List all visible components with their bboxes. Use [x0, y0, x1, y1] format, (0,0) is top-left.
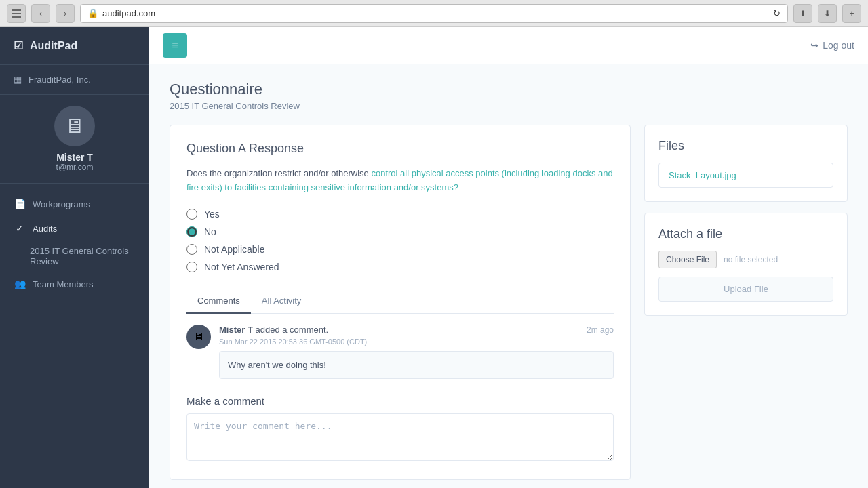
comment-author-name: Mister T — [219, 325, 253, 335]
tabs: Comments All Activity — [186, 289, 614, 314]
logout-icon: ↪ — [810, 40, 818, 51]
file-item[interactable]: Stack_Layout.jpg — [658, 163, 833, 188]
new-tab-btn[interactable]: + — [842, 4, 861, 23]
comment-date: Sun Mar 22 2015 20:53:36 GMT-0500 (CDT) — [219, 338, 614, 346]
reload-icon[interactable]: ↻ — [773, 8, 781, 18]
tab-comments[interactable]: Comments — [186, 289, 251, 314]
upload-file-button[interactable]: Upload File — [658, 277, 833, 302]
browser-chrome: ‹ › 🔒 auditpad.com ↻ ⬆ ⬇ + — [0, 0, 868, 27]
sidebar-item-team-members[interactable]: 👥 Team Members — [0, 272, 149, 296]
comment-text: Why aren't we doing this! — [219, 351, 614, 379]
sidebar-nav: 📄 Workprograms ✓ Audits 2015 IT General … — [0, 184, 149, 304]
comment-textarea[interactable] — [186, 413, 614, 461]
avatar: 🖥 — [54, 106, 95, 146]
comment-action: added a comment. — [255, 325, 328, 335]
make-comment-title: Make a comment — [186, 395, 614, 407]
radio-yes[interactable]: Yes — [186, 209, 614, 220]
team-label: Team Members — [33, 279, 94, 289]
svg-rect-2 — [12, 16, 21, 18]
main-card: Question A Response Does the organizatio… — [170, 125, 631, 480]
radio-na-label: Not Applicable — [204, 244, 265, 255]
hamburger-icon: ≡ — [172, 39, 178, 52]
logo-icon: ☑ — [14, 39, 23, 52]
attach-card: Attach a file Choose File no file select… — [644, 213, 848, 316]
make-comment: Make a comment — [186, 395, 614, 463]
logout-button[interactable]: ↪ Log out — [810, 40, 854, 51]
radio-no-input[interactable] — [186, 226, 197, 237]
back-btn[interactable]: ‹ — [31, 4, 50, 23]
tab-all-activity[interactable]: All Activity — [251, 289, 313, 314]
svg-rect-0 — [12, 9, 21, 11]
comment-body: Mister T added a comment. 2m ago Sun Mar… — [219, 325, 614, 379]
share-btn[interactable]: ⬆ — [793, 4, 812, 23]
tab-comments-label: Comments — [197, 296, 240, 306]
radio-yes-label: Yes — [204, 209, 220, 220]
file-name: Stack_Layout.jpg — [669, 170, 736, 180]
user-name: Mister T — [56, 152, 93, 163]
logout-label: Log out — [823, 40, 854, 51]
forward-btn[interactable]: › — [56, 4, 75, 23]
review-label: 2015 IT General Controls Review — [30, 246, 129, 266]
logo-text: AuditPad — [30, 40, 77, 52]
tab-all-activity-label: All Activity — [262, 296, 302, 306]
choose-file-button[interactable]: Choose File — [658, 251, 717, 268]
radio-nya[interactable]: Not Yet Answered — [186, 262, 614, 272]
radio-nya-label: Not Yet Answered — [204, 262, 279, 272]
comment-avatar: 🖥 — [186, 325, 211, 349]
sidebar-sub-item-review[interactable]: 2015 IT General Controls Review — [0, 241, 149, 272]
files-card: Files Stack_Layout.jpg — [644, 125, 848, 202]
sidebar: ☑ AuditPad ▦ FrauditPad, Inc. 🖥 Mister T… — [0, 27, 149, 488]
workprograms-label: Workprograms — [33, 199, 90, 209]
app-container: ☑ AuditPad ▦ FrauditPad, Inc. 🖥 Mister T… — [0, 27, 868, 488]
files-title: Files — [658, 139, 833, 153]
top-bar: ≡ ↪ Log out — [149, 27, 868, 64]
no-file-text: no file selected — [724, 255, 778, 264]
comment-header: Mister T added a comment. 2m ago — [219, 325, 614, 335]
content-area: Question A Response Does the organizatio… — [170, 125, 848, 480]
menu-button[interactable]: ≡ — [163, 33, 187, 58]
comment-avatar-icon: 🖥 — [193, 331, 204, 343]
card-title: Question A Response — [186, 142, 614, 156]
radio-yes-input[interactable] — [186, 209, 197, 220]
file-input-row: Choose File no file selected — [658, 251, 833, 268]
svg-rect-1 — [12, 13, 21, 14]
question-text: Does the organization restrict and/or ot… — [186, 167, 614, 195]
comment-author: Mister T added a comment. — [219, 325, 328, 335]
sidebar-item-audits[interactable]: ✓ Audits — [0, 216, 149, 241]
radio-na[interactable]: Not Applicable — [186, 244, 614, 255]
main-content: ≡ ↪ Log out Questionnaire 2015 IT Genera… — [149, 27, 868, 488]
avatar-image: 🖥 — [64, 116, 85, 136]
radio-nya-input[interactable] — [186, 262, 197, 272]
sidebar-item-workprograms[interactable]: 📄 Workprograms — [0, 192, 149, 216]
org-name: FrauditPad, Inc. — [28, 75, 91, 85]
audits-icon: ✓ — [14, 223, 26, 234]
radio-no[interactable]: No — [186, 226, 614, 237]
page-title: Questionnaire — [170, 81, 848, 98]
url-text: auditpad.com — [102, 8, 155, 18]
user-email: t@mr.com — [56, 163, 94, 172]
page-subtitle: 2015 IT General Controls Review — [170, 101, 848, 111]
sidebar-toggle-btn[interactable] — [7, 4, 26, 23]
attach-title: Attach a file — [658, 227, 833, 241]
question-link[interactable]: control all physical access points (incl… — [186, 168, 613, 192]
page-content: Questionnaire 2015 IT General Controls R… — [149, 64, 868, 488]
comment-item: 🖥 Mister T added a comment. 2m ago Sun M… — [186, 325, 614, 379]
radio-group: Yes No Not Applicable Not Yet Answe — [186, 209, 614, 272]
sidebar-user: 🖥 Mister T t@mr.com — [0, 95, 149, 184]
workprograms-icon: 📄 — [14, 199, 26, 209]
page-header: Questionnaire 2015 IT General Controls R… — [170, 81, 848, 111]
comment-time: 2m ago — [587, 325, 614, 335]
favicon-icon: 🔒 — [87, 8, 98, 18]
address-bar[interactable]: 🔒 auditpad.com ↻ — [80, 4, 788, 23]
download-btn[interactable]: ⬇ — [818, 4, 837, 23]
audits-label: Audits — [33, 224, 57, 234]
radio-na-input[interactable] — [186, 244, 197, 255]
right-sidebar: Files Stack_Layout.jpg Attach a file Cho… — [644, 125, 848, 480]
sidebar-logo[interactable]: ☑ AuditPad — [0, 27, 149, 65]
team-icon: 👥 — [14, 279, 26, 289]
org-icon: ▦ — [14, 75, 22, 85]
sidebar-org[interactable]: ▦ FrauditPad, Inc. — [0, 65, 149, 95]
radio-no-label: No — [204, 226, 216, 237]
